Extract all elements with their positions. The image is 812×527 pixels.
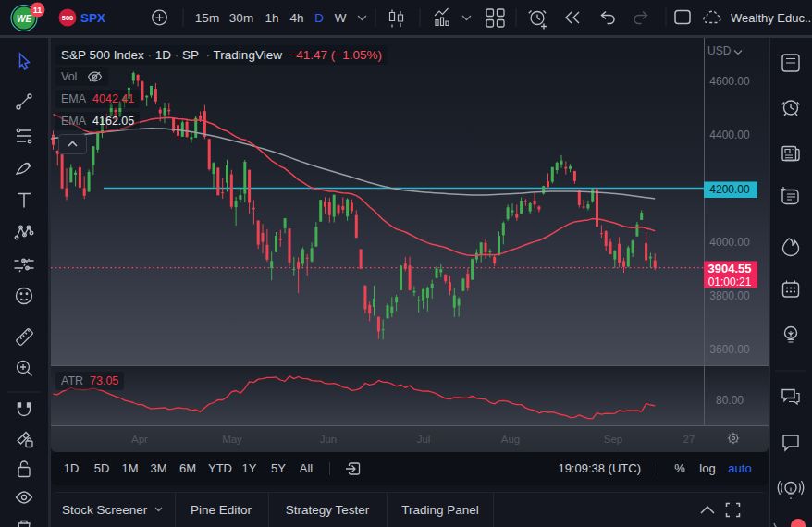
svg-text:01:00:21: 01:00:21 bbox=[708, 276, 752, 288]
svg-text:4200.00: 4200.00 bbox=[709, 183, 750, 196]
svg-text:30m: 30m bbox=[229, 11, 253, 25]
svg-text:4400.00: 4400.00 bbox=[709, 129, 750, 141]
svg-text:WE: WE bbox=[17, 14, 31, 24]
svg-text:15m: 15m bbox=[195, 11, 219, 25]
svg-text:80.00: 80.00 bbox=[716, 394, 744, 407]
svg-text:W: W bbox=[335, 11, 347, 25]
svg-text:SPX: SPX bbox=[80, 11, 105, 25]
svg-text:Wealthy Educ...: Wealthy Educ... bbox=[731, 11, 812, 25]
svg-text:3800.00: 3800.00 bbox=[709, 289, 750, 302]
svg-text:3904.55: 3904.55 bbox=[708, 262, 752, 276]
svg-text:D: D bbox=[314, 11, 324, 25]
svg-text:4000.00: 4000.00 bbox=[709, 236, 750, 249]
svg-text:3600.00: 3600.00 bbox=[709, 343, 750, 356]
svg-text:500: 500 bbox=[62, 14, 74, 22]
svg-text:1h: 1h bbox=[265, 11, 278, 25]
svg-text:4600.00: 4600.00 bbox=[709, 75, 750, 88]
svg-text:USD: USD bbox=[707, 44, 732, 57]
svg-text:4h: 4h bbox=[289, 11, 303, 25]
svg-text:11: 11 bbox=[33, 6, 43, 15]
